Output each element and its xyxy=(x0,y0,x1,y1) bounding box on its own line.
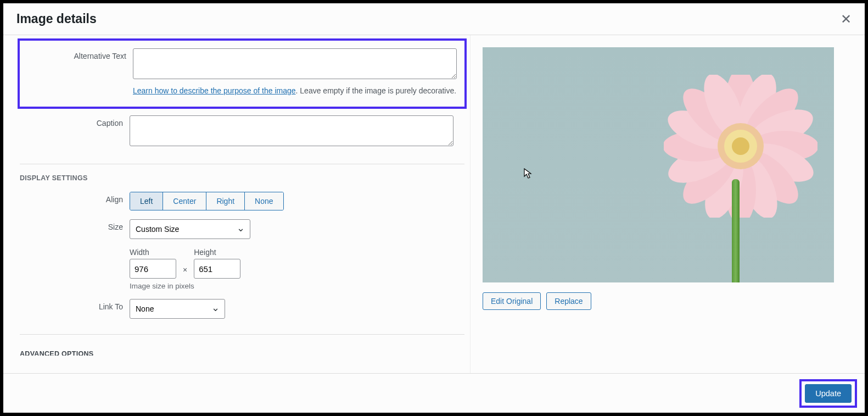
image-preview xyxy=(483,47,834,282)
alt-text-help: Learn how to describe the purpose of the… xyxy=(133,85,457,97)
replace-button[interactable]: Replace xyxy=(546,292,591,310)
alt-text-label: Alternative Text xyxy=(23,48,133,97)
align-center-button[interactable]: Center xyxy=(163,192,206,210)
caption-label: Caption xyxy=(20,115,130,148)
separator xyxy=(20,164,464,164)
align-right-button[interactable]: Right xyxy=(206,192,245,210)
height-label: Height xyxy=(194,248,240,257)
width-label: Width xyxy=(130,248,176,257)
size-select[interactable]: Custom Size xyxy=(130,219,250,239)
link-to-select[interactable]: None xyxy=(130,299,225,319)
settings-panel: Alternative Text Learn how to describe t… xyxy=(3,35,470,373)
advanced-options-heading[interactable]: ADVANCED OPTIONS xyxy=(20,350,464,356)
alt-text-highlight: Alternative Text Learn how to describe t… xyxy=(18,38,467,109)
alt-text-help-suffix: . Leave empty if the image is purely dec… xyxy=(296,86,457,95)
display-settings-heading: DISPLAY SETTINGS xyxy=(20,174,464,182)
svg-point-18 xyxy=(732,137,749,155)
size-label: Size xyxy=(20,219,130,239)
dimensions-row: Width × Height xyxy=(130,248,459,279)
link-to-label: Link To xyxy=(20,299,130,319)
alt-text-input[interactable] xyxy=(133,48,457,79)
align-none-button[interactable]: None xyxy=(245,192,283,210)
modal-body: Alternative Text Learn how to describe t… xyxy=(3,35,865,373)
flower-illustration xyxy=(664,75,817,220)
alt-text-help-link[interactable]: Learn how to describe the purpose of the… xyxy=(133,86,296,95)
preview-actions: Edit Original Replace xyxy=(483,292,853,310)
update-button[interactable]: Update xyxy=(805,384,852,403)
update-highlight: Update xyxy=(799,379,857,408)
align-left-button[interactable]: Left xyxy=(130,192,163,210)
modal-footer: Update xyxy=(3,373,865,413)
width-input[interactable] xyxy=(130,259,176,279)
preview-panel: Edit Original Replace xyxy=(470,35,865,373)
image-details-modal: Image details ✕ Alternative Text Learn h… xyxy=(3,3,865,413)
height-input[interactable] xyxy=(194,259,240,279)
modal-header: Image details ✕ xyxy=(3,3,865,35)
align-label: Align xyxy=(20,192,130,210)
dimensions-help: Image size in pixels xyxy=(130,282,459,290)
dimension-separator: × xyxy=(183,265,187,279)
align-button-group: Left Center Right None xyxy=(130,192,284,210)
separator xyxy=(20,334,464,335)
edit-original-button[interactable]: Edit Original xyxy=(483,292,541,310)
cursor-icon xyxy=(524,168,533,182)
caption-input[interactable] xyxy=(130,115,453,146)
close-icon[interactable]: ✕ xyxy=(841,13,852,26)
modal-title: Image details xyxy=(16,12,97,26)
